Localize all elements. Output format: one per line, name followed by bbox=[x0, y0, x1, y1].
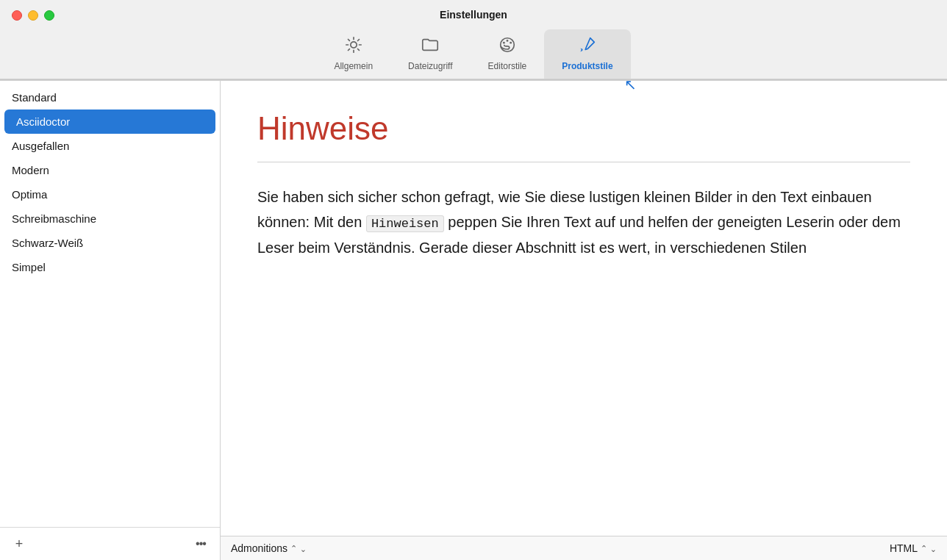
preview-inline-code: Hinweisen bbox=[366, 215, 444, 232]
svg-point-3 bbox=[507, 40, 509, 42]
gear-icon bbox=[344, 35, 363, 57]
sidebar-item-modern[interactable]: Modern bbox=[0, 158, 220, 182]
section-chevron-down-icon: ⌃ bbox=[300, 544, 307, 553]
svg-point-4 bbox=[510, 42, 512, 44]
svg-point-2 bbox=[503, 42, 505, 44]
tab-editorstile-label: Editorstile bbox=[488, 61, 527, 71]
main-content: Standard Asciidoctor Ausgefallen Modern … bbox=[0, 80, 947, 560]
preview-footer: Admonitions ⌃ ⌃ HTML ⌃ ⌃ bbox=[221, 536, 947, 560]
tab-allgemein[interactable]: Allgemein bbox=[316, 29, 390, 79]
preview-body: Sie haben sich sicher schon gefragt, wie… bbox=[257, 184, 910, 260]
more-options-button[interactable]: ••• bbox=[190, 534, 211, 554]
sidebar-item-simpel[interactable]: Simpel bbox=[0, 255, 220, 279]
maximize-button[interactable] bbox=[44, 10, 54, 21]
sidebar-item-asciidoctor[interactable]: Asciidoctor bbox=[4, 110, 215, 134]
sidebar: Standard Asciidoctor Ausgefallen Modern … bbox=[0, 80, 221, 560]
preview-title: Hinweise bbox=[257, 110, 910, 147]
brush-icon bbox=[578, 35, 597, 57]
tab-dateizugriff[interactable]: Dateizugriff bbox=[390, 29, 470, 79]
sidebar-item-schwarz-weiss[interactable]: Schwarz-Weiß bbox=[0, 231, 220, 255]
tab-produktstile[interactable]: Produktstile ↖ bbox=[544, 29, 630, 79]
format-chevron-icon: ⌃ bbox=[921, 544, 927, 553]
preview-area: Hinweise Sie haben sich sicher schon gef… bbox=[221, 80, 947, 560]
section-chevron-icon: ⌃ bbox=[290, 544, 297, 553]
sidebar-item-schreibmaschine[interactable]: Schreibmaschine bbox=[0, 207, 220, 231]
section-label: Admonitions bbox=[231, 542, 287, 554]
close-button[interactable] bbox=[12, 10, 22, 21]
tab-allgemein-label: Allgemein bbox=[334, 61, 373, 71]
tab-dateizugriff-label: Dateizugriff bbox=[408, 61, 452, 71]
preview-divider bbox=[257, 162, 910, 162]
folder-icon bbox=[421, 35, 440, 57]
add-style-button[interactable]: + bbox=[9, 534, 29, 554]
sidebar-item-optima[interactable]: Optima bbox=[0, 182, 220, 207]
toolbar: Allgemein Dateizugriff Edi bbox=[316, 29, 630, 79]
more-icon: ••• bbox=[196, 537, 206, 550]
section-selector[interactable]: Admonitions ⌃ ⌃ bbox=[231, 542, 307, 554]
sidebar-footer: + ••• bbox=[0, 527, 220, 560]
minimize-button[interactable] bbox=[28, 10, 38, 21]
palette-icon bbox=[498, 35, 517, 57]
sidebar-item-standard[interactable]: Standard bbox=[0, 85, 220, 110]
sidebar-item-ausgefallen[interactable]: Ausgefallen bbox=[0, 134, 220, 158]
format-chevron-down-icon: ⌃ bbox=[930, 544, 937, 553]
svg-point-0 bbox=[351, 42, 357, 48]
tab-editorstile[interactable]: Editorstile bbox=[471, 29, 545, 79]
window-title: Einstellungen bbox=[440, 9, 507, 21]
tab-produktstile-label: Produktstile bbox=[562, 61, 612, 71]
format-label: HTML bbox=[890, 542, 918, 554]
format-selector[interactable]: HTML ⌃ ⌃ bbox=[890, 542, 937, 554]
style-list: Standard Asciidoctor Ausgefallen Modern … bbox=[0, 81, 220, 527]
preview-content: Hinweise Sie haben sich sicher schon gef… bbox=[221, 81, 947, 536]
